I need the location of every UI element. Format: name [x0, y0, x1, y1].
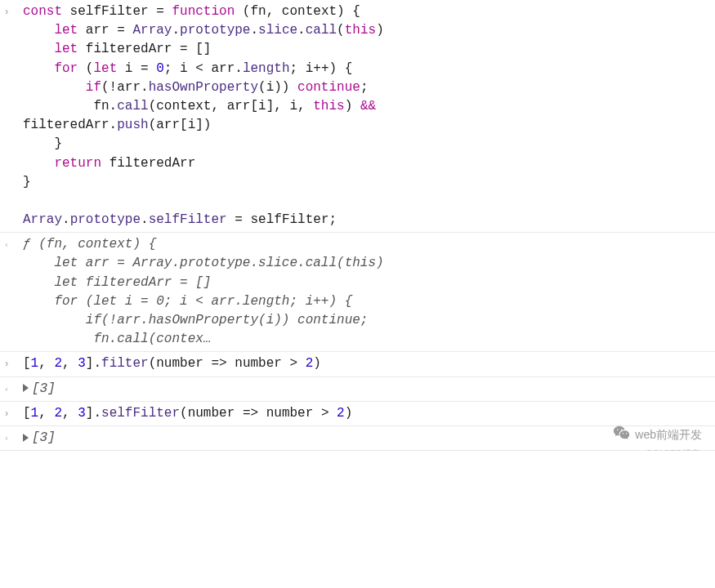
code-token: if(!arr.hasOwnProperty(i)) continue; [23, 313, 368, 327]
code-token: . [297, 23, 306, 38]
code-token: ++ [313, 61, 328, 76]
code-token: ( [86, 61, 94, 76]
code-token: ; i [164, 61, 195, 76]
code-token: let [93, 61, 124, 76]
output-prompt-icon [5, 429, 23, 446]
console-row: [1, 2, 3].filter(number => number > 2) [0, 352, 715, 376]
code-token: 3 [78, 356, 86, 371]
code-token: filteredArr. [23, 118, 117, 132]
code-token: ) [345, 99, 360, 114]
code-token [23, 23, 54, 38]
code-token: } [23, 175, 31, 189]
code-token: number [266, 406, 321, 421]
code-token: = [156, 4, 172, 19]
code-token: for [54, 61, 85, 76]
code-token: (i)) [258, 80, 297, 95]
code-token [23, 80, 86, 95]
expand-toggle-icon[interactable] [23, 384, 29, 392]
console-row: const selfFilter = function (fn, context… [0, 0, 715, 233]
code-token: ) [313, 356, 321, 371]
code-token: selfFilter [70, 4, 157, 19]
code-token: Array [132, 23, 172, 38]
console-output: [3] [23, 380, 715, 399]
code-token: = [180, 42, 195, 56]
code-token: > [290, 356, 306, 371]
code-token: let filteredArr = [] [23, 275, 211, 290]
console-input[interactable]: [1, 2, 3].filter(number => number > 2) [23, 354, 715, 373]
code-token: this [313, 99, 344, 114]
code-token: => [211, 356, 235, 371]
code-token: , [38, 356, 54, 371]
code-token: = [141, 61, 156, 76]
code-token: 3 [78, 406, 86, 421]
code-token: this [345, 23, 376, 38]
console-output: [3] [23, 429, 715, 448]
code-token: call [306, 23, 337, 38]
input-prompt-icon [5, 2, 23, 20]
input-prompt-icon [5, 404, 23, 421]
code-token: ; i [289, 61, 313, 76]
code-token: call [117, 99, 148, 114]
code-token: selfFilter [101, 406, 180, 421]
code-token: 1 [31, 406, 39, 421]
code-token [23, 61, 54, 76]
code-token: filteredArr [86, 42, 180, 56]
code-token: push [117, 118, 148, 132]
code-token: fn. [23, 99, 117, 114]
code-token: (context, arr[i], i, [149, 99, 314, 114]
code-token: slice [258, 23, 297, 38]
code-token: ]. [86, 406, 101, 421]
code-token: prototype [180, 23, 250, 38]
code-token: (number [180, 406, 243, 421]
console-input[interactable]: [1, 2, 3].selfFilter(number => number > … [23, 404, 715, 423]
code-token: ƒ (fn, context) { [23, 237, 156, 252]
code-token: let arr = Array.prototype.slice.call(thi… [23, 256, 384, 270]
code-token: ( [337, 23, 345, 38]
code-token: prototype [70, 212, 141, 227]
code-token: selfFilter; [250, 212, 337, 227]
code-token: let [54, 42, 85, 56]
code-token: (!arr. [101, 80, 149, 95]
console-row: ƒ (fn, context) { let arr = Array.protot… [0, 233, 715, 352]
watermark-sub: @51CTO博客 [645, 448, 700, 451]
code-token: . [62, 212, 70, 227]
code-token: , [62, 406, 78, 421]
console-row: [3] [0, 426, 715, 451]
code-token: } [23, 136, 62, 151]
code-token: , [62, 356, 78, 371]
code-token: 2 [54, 356, 62, 371]
code-token: arr [86, 23, 117, 38]
code-token: [3] [32, 430, 56, 445]
code-token: [3] [32, 381, 56, 396]
code-token: function [172, 4, 242, 19]
code-token: arr [211, 61, 235, 76]
code-token: hasOwnProperty [149, 80, 258, 95]
code-token: let [54, 23, 85, 38]
code-token: if [86, 80, 101, 95]
code-token: filteredArr [109, 156, 196, 171]
expand-toggle-icon[interactable] [23, 434, 29, 442]
code-token: 1 [31, 356, 39, 371]
code-token: number [235, 356, 289, 371]
code-token: (arr[i]) [149, 118, 212, 132]
code-token: 0 [156, 61, 164, 76]
code-token: && [360, 99, 376, 114]
code-token: i [125, 61, 141, 76]
code-token: 2 [337, 406, 345, 421]
code-token: (fn, context) { [243, 4, 360, 19]
code-token: . [235, 61, 243, 76]
code-token: > [321, 406, 337, 421]
code-token: . [250, 23, 258, 38]
console-output: ƒ (fn, context) { let arr = Array.protot… [23, 235, 715, 349]
code-token [23, 156, 54, 171]
code-token: continue [297, 80, 360, 95]
console-input[interactable]: const selfFilter = function (fn, context… [23, 2, 715, 229]
code-token: 2 [306, 356, 314, 371]
code-token: for (let i = 0; i < arr.length; i++) { [23, 294, 352, 309]
code-token: [ [23, 406, 31, 421]
code-token: . [141, 212, 149, 227]
output-prompt-icon [5, 235, 23, 252]
input-prompt-icon [5, 354, 23, 372]
code-token: < [195, 61, 211, 76]
code-token: , [38, 406, 54, 421]
